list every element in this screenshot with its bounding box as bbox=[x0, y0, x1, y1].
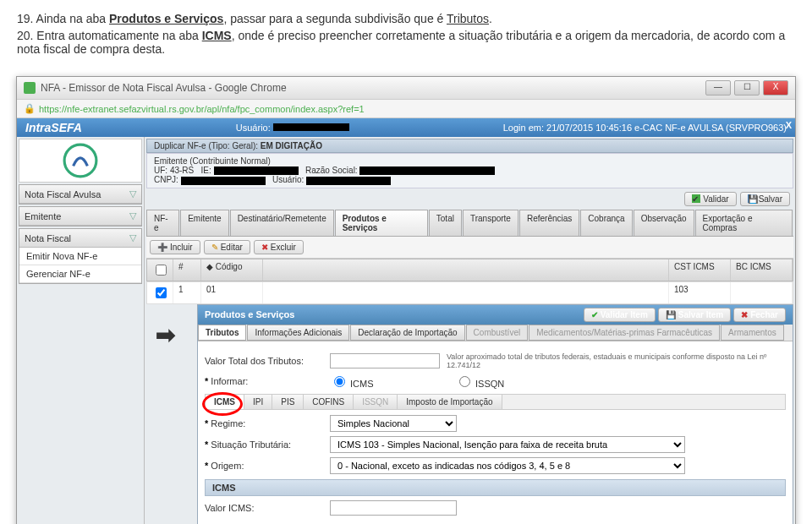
tab2-icms[interactable]: ICMS bbox=[206, 395, 244, 409]
validar-button[interactable]: ✔Validar bbox=[684, 192, 736, 206]
situacao-label: Situação Tributária: bbox=[205, 439, 323, 450]
nav-main[interactable]: Nota Fiscal Avulsa▽ bbox=[19, 185, 141, 204]
panel-header: Produtos e Serviços ✔Validar Item 💾Salva… bbox=[198, 305, 793, 325]
subtab-info-adicionais[interactable]: Informações Adicionais bbox=[247, 325, 349, 341]
grid-header: # ◆ Código CST ICMS BC ICMS bbox=[146, 259, 793, 281]
salvar-button[interactable]: 💾Salvar bbox=[740, 192, 790, 206]
tab-nfe[interactable]: NF-e bbox=[146, 210, 179, 236]
select-all-checkbox[interactable] bbox=[156, 265, 167, 276]
tab-produtos[interactable]: Produtos e Serviços bbox=[335, 210, 428, 236]
minimize-button[interactable]: — bbox=[705, 80, 731, 96]
breadcrumb: Duplicar NF-e (Tipo: Geral): EM DIGITAÇÃ… bbox=[146, 139, 793, 153]
tab2-imposto-importacao[interactable]: Imposto de Importação bbox=[398, 395, 502, 409]
tab-referencias[interactable]: Referências bbox=[519, 210, 579, 236]
arrow-annotation-icon: ➡ bbox=[156, 321, 175, 349]
info-bar: Emitente (Contribuinte Normal) UF: 43-RS… bbox=[146, 153, 793, 188]
tab-observacao[interactable]: Observação bbox=[634, 210, 694, 236]
tab-cobranca[interactable]: Cobrança bbox=[580, 210, 632, 236]
nav-emitir[interactable]: Emitir Nova NF-e bbox=[19, 248, 141, 265]
row-checkbox[interactable] bbox=[156, 287, 167, 298]
situacao-select[interactable]: ICMS 103 - Simples Nacional, Isenção par… bbox=[330, 436, 685, 453]
excluir-button[interactable]: ✖Excluir bbox=[254, 240, 304, 254]
vtot-label: Valor Total dos Tributos: bbox=[205, 356, 323, 366]
doc-line2: 20. Entra automaticamente na aba ICMS, o… bbox=[17, 29, 795, 56]
vtot-input[interactable] bbox=[330, 353, 440, 368]
editar-button[interactable]: ✎Editar bbox=[204, 240, 250, 254]
nav-emitente[interactable]: Emitente▽ bbox=[19, 207, 141, 226]
brand: IntraSEFA bbox=[25, 121, 82, 134]
table-row[interactable]: 1 01 103 bbox=[146, 281, 793, 304]
browser-window: NFA - Emissor de Nota Fiscal Avulsa - Go… bbox=[16, 76, 796, 524]
doc-line1: 19. Ainda na aba Produtos e Serviços, pa… bbox=[17, 12, 795, 25]
chevron-down-icon: ▽ bbox=[129, 232, 136, 243]
subtab-combustivel: Combustível bbox=[466, 325, 529, 341]
tab2-pis[interactable]: PIS bbox=[272, 395, 304, 409]
valor-icms-label: Valor ICMS: bbox=[205, 503, 323, 513]
tab-exportacao[interactable]: Exportação e Compras bbox=[695, 210, 793, 236]
incluir-button[interactable]: ➕Incluir bbox=[150, 240, 200, 254]
tab2-cofins[interactable]: COFINS bbox=[304, 395, 354, 409]
svg-point-0 bbox=[64, 145, 96, 177]
chevron-down-icon: ▽ bbox=[129, 188, 136, 199]
lock-icon: 🔒 bbox=[24, 103, 36, 114]
url-bar[interactable]: 🔒 https://nfe-extranet.sefazvirtual.rs.g… bbox=[17, 100, 795, 118]
sub-tabs: ➡ Tributos Informações Adicionais Declar… bbox=[198, 325, 793, 341]
banner-close-icon[interactable]: X bbox=[786, 120, 792, 130]
window-title: NFA - Emissor de Nota Fiscal Avulsa - Go… bbox=[41, 82, 705, 94]
subtab-declaracao[interactable]: Declaração de Importação bbox=[350, 325, 464, 341]
tab2-issqn: ISSQN bbox=[354, 395, 398, 409]
chevron-down-icon: ▽ bbox=[129, 210, 136, 221]
nav-gerenciar[interactable]: Gerenciar NF-e bbox=[19, 265, 141, 283]
app-banner: IntraSEFA Usuário: Login em: 21/07/2015 … bbox=[17, 118, 795, 137]
subtab-armamentos: Armamentos bbox=[721, 325, 784, 341]
login-info: Login em: 21/07/2015 10:45:16 e-CAC NF-e… bbox=[503, 123, 787, 133]
tab-total[interactable]: Total bbox=[429, 210, 462, 236]
informar-label: Informar: bbox=[205, 376, 323, 386]
tab2-ipi[interactable]: IPI bbox=[244, 395, 272, 409]
radio-issqn[interactable] bbox=[459, 376, 470, 387]
subtab-tributos[interactable]: Tributos bbox=[198, 325, 246, 341]
origem-select[interactable]: 0 - Nacional, exceto as indicadas nos có… bbox=[330, 457, 685, 474]
maximize-button[interactable]: ☐ bbox=[734, 80, 760, 96]
valor-icms-input[interactable] bbox=[330, 500, 457, 516]
tab-emitente[interactable]: Emitente bbox=[180, 210, 228, 236]
validar-item-button[interactable]: ✔Validar Item bbox=[584, 308, 656, 322]
fechar-button[interactable]: ✖Fechar bbox=[733, 308, 786, 322]
sidebar: Nota Fiscal Avulsa▽ Emitente▽ Nota Fisca… bbox=[17, 137, 145, 524]
titlebar: NFA - Emissor de Nota Fiscal Avulsa - Go… bbox=[17, 77, 795, 100]
close-button[interactable]: X bbox=[763, 80, 788, 96]
tab-transporte[interactable]: Transporte bbox=[463, 210, 518, 236]
salvar-item-button[interactable]: 💾Salvar Item bbox=[658, 308, 731, 322]
tab-destinatario[interactable]: Destinatário/Remetente bbox=[230, 210, 334, 236]
subtab-medicamentos: Medicamentos/Matérias-primas Farmacêutic… bbox=[529, 325, 720, 341]
radio-icms[interactable] bbox=[334, 376, 345, 387]
regime-label: Regime: bbox=[205, 418, 323, 428]
icms-section-header: ICMS bbox=[205, 479, 786, 496]
origem-label: Origem: bbox=[205, 461, 323, 471]
regime-select[interactable]: Simples Nacional bbox=[330, 415, 457, 432]
vtot-note: Valor aproximado total de tributos feder… bbox=[447, 352, 786, 369]
favicon-icon bbox=[24, 82, 36, 94]
logo bbox=[19, 139, 142, 183]
nav-nota-fiscal[interactable]: Nota Fiscal▽ bbox=[19, 229, 141, 248]
url-text: https://nfe-extranet.sefazvirtual.rs.gov… bbox=[39, 104, 365, 114]
main-tabs: NF-e Emitente Destinatário/Remetente Pro… bbox=[146, 210, 793, 237]
